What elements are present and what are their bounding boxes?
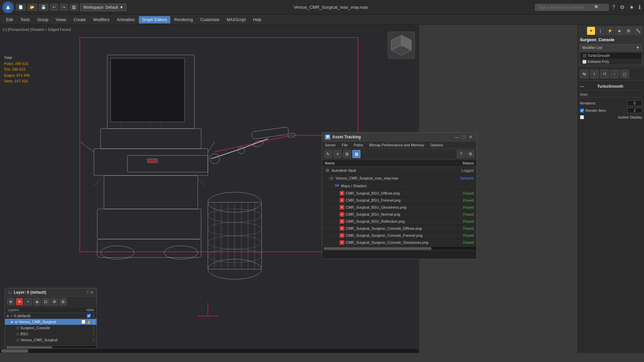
rp-sub-element[interactable]: ◻ (620, 70, 629, 78)
ap-menu-file[interactable]: File (339, 142, 350, 148)
layer-scrollbar-thumb[interactable] (6, 346, 52, 348)
menu-create[interactable]: Create (70, 16, 89, 23)
lp-tool-options[interactable]: ⚙ (51, 298, 58, 305)
layer-item-versus2[interactable]: ⊡ Versus_CMR_Surgical ⣿ (5, 337, 97, 343)
lp-tool-select[interactable]: ◈ (33, 298, 41, 305)
layer-item-default[interactable]: ▶ ≡ 0 (default) ⣿ (5, 313, 97, 319)
layer-item-surgeon[interactable]: ⊡ Surgeon_Console ⣿ (5, 325, 97, 331)
rp-tool-motion[interactable]: ◈ (615, 27, 623, 35)
rp-tool-create[interactable]: ✦ (587, 27, 595, 35)
modifier-name: TurboSmooth (588, 54, 610, 58)
ts-minus-icon[interactable]: — (580, 84, 584, 89)
asset-row-max-file[interactable]: M Versus_CMR_Surgical_max_vray.max Netwo… (322, 174, 476, 182)
save-button[interactable]: 💾 (39, 4, 48, 11)
asset-row-png-1[interactable]: P CMR_Surgical_BSU_Diffuse.png Found (322, 190, 476, 197)
layer-scrollbar[interactable] (5, 346, 97, 348)
bottom-scrollbar[interactable] (0, 349, 419, 353)
info-icon[interactable]: ℹ (637, 3, 642, 11)
redo-button[interactable]: ↪ (60, 4, 68, 11)
asset-maximize-button[interactable]: □ (462, 134, 466, 140)
layer-hide-checkbox[interactable] (81, 320, 85, 324)
menu-rendering[interactable]: Rendering (171, 16, 196, 23)
modifier-list-dropdown[interactable]: Modifier List ▼ (580, 44, 642, 51)
rp-tool-utility[interactable]: 🔧 (634, 27, 642, 35)
rp-sub-polygon[interactable]: ▫ (610, 70, 619, 78)
ts-isoline-checkbox[interactable] (580, 115, 584, 119)
ap-tool-grid[interactable]: ⊞ (343, 150, 351, 158)
ap-tool-refresh[interactable]: ↻ (324, 150, 332, 158)
lp-tool-add-object[interactable]: + (24, 298, 32, 305)
search-bar[interactable]: 🔍 (535, 4, 609, 11)
asset-close-button[interactable]: ✕ (468, 134, 474, 140)
layer-item-bsu[interactable]: ⊡ BSU ⣿ (5, 331, 97, 337)
ap-menu-paths[interactable]: Paths (351, 142, 366, 148)
ap-menu-server[interactable]: Server (322, 142, 338, 148)
asset-row-png-7[interactable]: P CMR_Surgical_Surgeon_Console_Fresnel.p… (322, 232, 476, 239)
rp-sub-border[interactable]: ⊓ (600, 70, 609, 78)
new-button[interactable]: 📄 (16, 4, 25, 11)
rp-sub-edge[interactable]: I (590, 70, 599, 78)
lp-tool-add-layer[interactable]: ⊕ (7, 298, 14, 305)
undo-button[interactable]: ↩ (50, 4, 58, 11)
render-button[interactable]: 🖼 (70, 4, 78, 11)
asset-row-vault[interactable]: 🏛 Autodesk Vault Logged (322, 167, 476, 174)
cube-widget[interactable] (386, 30, 416, 60)
total-label: Total (4, 55, 30, 61)
rp-sub-vertex[interactable]: ↹ (580, 70, 589, 78)
settings-icon[interactable]: ⚙ (619, 3, 626, 11)
asset-row-png-4[interactable]: P CMR_Surgical_BSU_Normal.png Found (322, 211, 476, 218)
asset-row-name: CMR_Surgical_BSU_Fresnel.png (346, 198, 447, 202)
lp-tool-delete[interactable]: ✕ (16, 298, 23, 305)
layer-hide-checkbox[interactable] (87, 314, 91, 318)
asset-row-maps[interactable]: 🗺 Maps / Shaders (322, 182, 476, 190)
rp-tool-hierarchy[interactable]: ⚡ (606, 27, 614, 35)
asset-tracking-panel: 📊 Asset Tracking — □ ✕ Server File Paths… (322, 132, 477, 259)
asset-row-png-8[interactable]: P CMR_Surgical_Surgeon_Console_Glossines… (322, 239, 476, 246)
layer-item-versus[interactable]: ▶ ⊞ Versus_CMR_Surgical 🔒 ⣿ (5, 319, 97, 325)
asset-row-name: CMR_Surgical_Surgeon_Console_Glossiness.… (346, 240, 447, 244)
asset-scrollbar-thumb[interactable] (324, 247, 431, 250)
asset-row-png-3[interactable]: P CMR_Surgical_BSU_Glossiness.png Found (322, 204, 476, 211)
rp-tool-modify[interactable]: | (596, 27, 604, 35)
asset-row-png-2[interactable]: P CMR_Surgical_BSU_Fresnel.png Found (322, 197, 476, 204)
menu-customize[interactable]: Customize (197, 16, 223, 23)
asset-row-png-6[interactable]: P CMR_Surgical_Surgeon_Console_Diffuse.p… (322, 225, 476, 232)
asset-minimize-button[interactable]: — (454, 134, 460, 140)
menu-views[interactable]: Views (52, 16, 70, 23)
open-button[interactable]: 📂 (27, 4, 37, 11)
asset-scrollbar-horizontal[interactable] (322, 246, 476, 250)
ts-iterations-input[interactable] (627, 100, 642, 106)
ts-render-iters-checkbox[interactable] (580, 108, 584, 113)
tris-label: Tris: (4, 67, 12, 71)
workspace-dropdown[interactable]: Workspace: Default ▼ (80, 4, 126, 11)
menu-group[interactable]: Group (34, 16, 52, 23)
ap-menu-bitmap[interactable]: Bitmap Performance and Memory (366, 142, 427, 148)
menu-graph-editors[interactable]: Graph Editors (139, 16, 170, 23)
ap-menu-options[interactable]: Options (428, 142, 446, 148)
menu-animation[interactable]: Animation (114, 16, 138, 23)
ap-tool-help[interactable]: ? (457, 150, 465, 158)
menu-maxscript[interactable]: MAXScript (223, 16, 249, 23)
search-input[interactable] (537, 5, 594, 10)
help-button[interactable]: ? (611, 4, 617, 11)
ap-tool-list[interactable]: ≡ (334, 150, 342, 158)
ts-render-iters-input[interactable] (627, 108, 642, 113)
modifier-turbosmooth[interactable]: ⬛ TurboSmooth (580, 53, 642, 59)
menu-tools[interactable]: Tools (17, 16, 33, 23)
edges-label: Edges: (4, 73, 16, 77)
layer-panel-close[interactable]: ✕ (90, 290, 94, 295)
lp-tool-merge[interactable]: ⊞ (59, 298, 67, 305)
ap-tool-table[interactable]: ▦ (352, 150, 360, 158)
rp-tool-display[interactable]: ⊞ (625, 27, 633, 35)
asset-row-png-5[interactable]: P CMR_Surgical_BSU_Reflection.png Found (322, 218, 476, 225)
menu-modifiers[interactable]: Modifiers (90, 16, 113, 23)
scrollbar-thumb[interactable] (1, 349, 28, 353)
ap-tool-settings[interactable]: ⚙ (466, 150, 474, 158)
modifier-editable-poly[interactable]: ⬜ Editable Poly (580, 59, 642, 65)
menu-edit[interactable]: Edit (3, 16, 16, 23)
layer-panel-question[interactable]: ? (86, 290, 89, 295)
lp-tool-select-obj[interactable]: ⊡ (42, 298, 49, 305)
star-icon[interactable]: ★ (628, 3, 635, 11)
menu-help[interactable]: Help (250, 16, 265, 23)
layer-expand-icon: ▶ (7, 314, 9, 317)
